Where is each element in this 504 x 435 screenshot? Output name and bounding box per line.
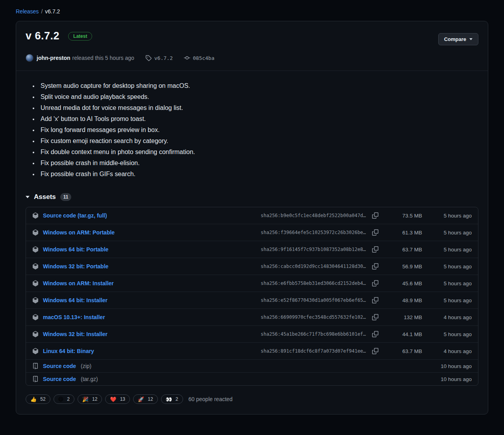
- assets-title: Assets: [34, 193, 56, 201]
- breadcrumb-separator: /: [41, 8, 43, 15]
- breadcrumb: Releases/v6.7.2: [0, 0, 504, 21]
- asset-size: 56.9 MB: [384, 264, 422, 270]
- release-note-item: Unread media dot for voice messages in d…: [39, 102, 478, 113]
- asset-sha256: sha256:45a1be266c71f7bc698e6bb6101ef…: [261, 331, 369, 337]
- table-row: Windows on ARM: Installer sha256:e6fbb57…: [26, 275, 478, 292]
- asset-size: 73.5 MB: [384, 213, 422, 219]
- tag-icon: [145, 55, 152, 61]
- asset-size: 63.7 MB: [384, 247, 422, 253]
- release-note-item: Fix long forward messages preview in box…: [39, 125, 478, 136]
- reactions-summary: 60 people reacted: [189, 396, 233, 402]
- reaction-count: 13: [120, 396, 125, 402]
- copy-icon[interactable]: [372, 348, 379, 355]
- reaction-pill[interactable]: 🚀 12: [133, 394, 158, 404]
- asset-time: 5 hours ago: [426, 281, 472, 286]
- package-icon: [32, 280, 39, 286]
- reaction-pill[interactable]: 🎉 12: [78, 394, 102, 404]
- file-zip-icon: [32, 363, 39, 369]
- asset-time: 5 hours ago: [426, 213, 472, 219]
- asset-link[interactable]: macOS 10.13+: Installer: [43, 314, 105, 320]
- reaction-emoji-icon: 😄: [58, 397, 64, 402]
- asset-link[interactable]: Windows 32 bit: Installer: [43, 331, 107, 337]
- breadcrumb-current: v6.7.2: [45, 8, 60, 15]
- copy-icon[interactable]: [372, 314, 379, 321]
- table-row: Linux 64 bit: Binary sha256:891cf18dcf6c…: [26, 342, 478, 359]
- asset-time: 5 hours ago: [426, 230, 472, 236]
- copy-icon[interactable]: [372, 297, 379, 304]
- asset-link[interactable]: Windows on ARM: Installer: [43, 280, 114, 286]
- table-row: Windows 32 bit: Installer sha256:45a1be2…: [26, 325, 478, 342]
- package-icon: [32, 263, 39, 270]
- asset-size: 44.1 MB: [384, 331, 422, 337]
- reactions-row: 👍 52 😄 2 🎉 12 ❤️ 13 🚀 12 👀 2 60 people r…: [26, 394, 478, 404]
- release-note-item: Split voice and audio playback speeds.: [39, 91, 478, 102]
- breadcrumb-releases-link[interactable]: Releases: [16, 8, 39, 15]
- author-name[interactable]: john-preston: [37, 55, 70, 61]
- asset-size: 132 MB: [384, 314, 422, 320]
- asset-sha256: sha256:9f16145f7c937b1087352a08b12e8…: [261, 247, 369, 252]
- chevron-down-icon: [469, 38, 472, 40]
- copy-icon[interactable]: [372, 280, 379, 287]
- asset-sha256: sha256:66909970cfec3548cd557632fe102…: [261, 314, 369, 320]
- assets-toggle[interactable]: Assets 11: [26, 193, 71, 201]
- asset-link[interactable]: Linux 64 bit: Binary: [43, 348, 94, 354]
- reaction-count: 12: [148, 396, 153, 402]
- release-header: v 6.7.2 Latest Compare john-preston rele…: [16, 21, 488, 71]
- asset-size: 48.9 MB: [384, 297, 422, 303]
- asset-link[interactable]: Windows 64 bit: Portable: [43, 246, 108, 253]
- copy-icon[interactable]: [372, 212, 379, 219]
- release-note-item: Fix double context menu in photo sending…: [39, 147, 478, 158]
- table-row: Source code (zip) 10 hours ago: [26, 359, 478, 372]
- reaction-count: 12: [92, 396, 97, 402]
- reaction-pill[interactable]: 👍 52: [26, 394, 50, 404]
- table-row: Windows 64 bit: Portable sha256:9f16145f…: [26, 241, 478, 258]
- asset-link[interactable]: Source code (tar.gz, full): [43, 212, 107, 219]
- asset-link[interactable]: Windows 32 bit: Portable: [43, 263, 108, 270]
- tag-group: v6.7.2: [145, 55, 173, 61]
- compare-button[interactable]: Compare: [438, 33, 478, 45]
- table-row: Source code (tar.gz, full) sha256:b9e0c5…: [26, 207, 478, 224]
- released-text: released this 5 hours ago: [72, 55, 134, 61]
- tag-name: v6.7.2: [154, 55, 173, 61]
- commit-icon: [184, 55, 190, 61]
- release-body: System audio capture for desktop sharing…: [16, 71, 488, 414]
- assets-count-badge: 11: [60, 193, 72, 201]
- asset-time: 10 hours ago: [426, 363, 472, 369]
- page-title: v 6.7.2: [26, 30, 59, 42]
- avatar[interactable]: [26, 54, 33, 62]
- asset-size: 61.3 MB: [384, 230, 422, 236]
- asset-time: 4 hours ago: [426, 348, 472, 354]
- file-zip-icon: [32, 376, 39, 382]
- asset-link[interactable]: Source code: [43, 376, 76, 382]
- asset-link[interactable]: Source code: [43, 363, 76, 369]
- package-icon: [32, 297, 39, 303]
- package-icon: [32, 212, 39, 219]
- reaction-emoji-icon: ❤️: [110, 397, 116, 402]
- asset-size: 45.6 MB: [384, 281, 422, 286]
- reaction-pill[interactable]: 👀 2: [161, 394, 183, 404]
- package-icon: [32, 348, 39, 354]
- copy-icon[interactable]: [372, 246, 379, 253]
- copy-icon[interactable]: [372, 263, 379, 270]
- release-meta-row: john-preston released this 5 hours ago v…: [26, 54, 478, 62]
- asset-time: 10 hours ago: [426, 376, 472, 382]
- release-note-item: System audio capture for desktop sharing…: [39, 80, 478, 91]
- commit-group: 085c4ba: [184, 55, 215, 61]
- table-row: Source code (tar.gz) 10 hours ago: [26, 372, 478, 385]
- compare-button-label: Compare: [444, 36, 466, 42]
- release-card: v 6.7.2 Latest Compare john-preston rele…: [16, 21, 488, 415]
- reaction-pill[interactable]: 😄 2: [54, 394, 74, 404]
- table-row: macOS 10.13+: Installer sha256:66909970c…: [26, 309, 478, 325]
- asset-sha256: sha256:b9e0c5fc1ec48debf2522b00a047d…: [261, 213, 369, 218]
- reaction-pill[interactable]: ❤️ 13: [105, 394, 130, 404]
- asset-sha256: sha256:e6fbb5758eb31ed3066cd2152deb4…: [261, 281, 369, 286]
- asset-time: 5 hours ago: [426, 297, 472, 303]
- asset-link[interactable]: Windows 64 bit: Installer: [43, 297, 107, 303]
- asset-link[interactable]: Windows on ARM: Portable: [43, 229, 115, 236]
- copy-icon[interactable]: [372, 331, 379, 338]
- copy-icon[interactable]: [372, 229, 379, 236]
- asset-time: 5 hours ago: [426, 247, 472, 253]
- package-icon: [32, 229, 39, 236]
- commit-sha[interactable]: 085c4ba: [193, 55, 215, 61]
- reaction-count: 52: [40, 396, 45, 402]
